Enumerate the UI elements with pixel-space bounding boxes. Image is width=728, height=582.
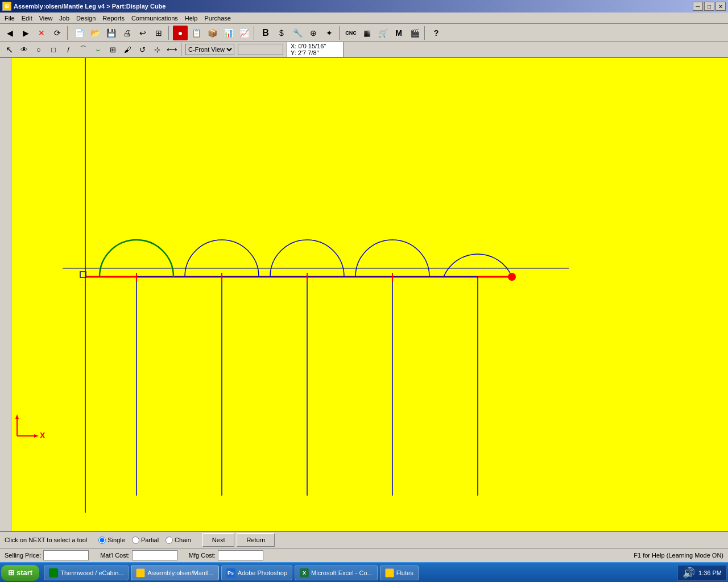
help-button[interactable]: ? — [429, 26, 444, 40]
refresh-button[interactable]: ⟳ — [50, 26, 65, 40]
tb-tool7[interactable]: ⊕ — [306, 26, 321, 40]
cursor-tool[interactable]: ↖ — [2, 43, 16, 56]
info-bar: Selling Price: Mat'l Cost: Mfg Cost: F1 … — [0, 548, 728, 562]
back-button[interactable]: ◀ — [2, 26, 17, 40]
taskbar-item-thermwood[interactable]: Thermwood / eCabin... — [44, 566, 129, 580]
tb-tool5[interactable]: 📈 — [237, 26, 251, 40]
toolbar2: ↖ 👁 ○ □ / ⌒ ⌣ ⊞ 🖌 ↺ ⊹ ⟷ C-Front View Top… — [0, 42, 728, 58]
taskbar-item-photoshop[interactable]: Ps Adobe Photoshop — [221, 566, 292, 580]
selling-price-field: Selling Price: — [5, 550, 89, 560]
menu-communications[interactable]: Communications — [128, 14, 181, 22]
menu-design[interactable]: Design — [73, 14, 99, 22]
view-search-input[interactable] — [238, 44, 283, 55]
taskbar-item-assembly[interactable]: Assembly:olsen/Mantl... — [131, 566, 218, 580]
menu-file[interactable]: File — [1, 14, 18, 22]
photoshop-icon: Ps — [226, 568, 235, 577]
menu-reports[interactable]: Reports — [99, 14, 128, 22]
app-icon: ⊞ — [2, 2, 11, 11]
line-tool[interactable]: / — [61, 43, 75, 56]
single-radio[interactable] — [98, 537, 106, 544]
toolbar1: ◀ ▶ ✕ ⟳ 📄 📂 💾 🖨 ↩ ⊞ ● 📋 📦 📊 📈 B $ 🔧 ⊕ ✦ … — [0, 24, 728, 42]
rotate-tool[interactable]: ↺ — [135, 43, 149, 56]
flutes-label: Flutes — [396, 569, 413, 576]
partial-radio[interactable] — [132, 537, 139, 544]
chain-radio[interactable] — [166, 537, 173, 544]
selling-price-label: Selling Price: — [5, 552, 41, 559]
tb-tool1[interactable]: ● — [173, 26, 188, 40]
new-button[interactable]: 📄 — [72, 26, 86, 40]
taskbar-clock: 🔊 1:36 PM — [677, 565, 727, 581]
mat-cost-input[interactable] — [132, 550, 177, 560]
menu-edit[interactable]: Edit — [18, 14, 36, 22]
tb-tool3[interactable]: 📦 — [205, 26, 220, 40]
single-radio-label[interactable]: Single — [98, 537, 125, 544]
svg-point-10 — [508, 273, 516, 281]
tb-dollar-button[interactable]: $ — [274, 26, 289, 40]
select-tool[interactable]: ⊞ — [106, 43, 119, 56]
tb-cart-button[interactable]: 🛒 — [375, 26, 390, 40]
menu-bar: File Edit View Job Design Reports Commun… — [0, 13, 728, 24]
separator5 — [424, 26, 427, 40]
redo-button[interactable]: ⊞ — [151, 26, 166, 40]
print-button[interactable]: 🖨 — [119, 26, 134, 40]
dimension-tool[interactable]: ⟷ — [165, 43, 179, 56]
status-bar: Click on NEXT to select a tool Single Pa… — [0, 531, 728, 548]
paint-tool[interactable]: 🖌 — [121, 43, 134, 56]
arc-tool[interactable]: ⌒ — [76, 43, 90, 56]
tb-film-button[interactable]: 🎬 — [407, 26, 422, 40]
tb-tool2[interactable]: 📋 — [189, 26, 204, 40]
save-button[interactable]: 💾 — [104, 26, 118, 40]
return-button[interactable]: Return — [237, 533, 275, 547]
tb-b-button[interactable]: B — [258, 26, 273, 40]
mat-cost-field: Mat'l Cost: — [100, 550, 177, 560]
taskbar-item-flutes[interactable]: Flutes — [380, 566, 419, 580]
minimize-button[interactable]: ─ — [693, 2, 703, 11]
partial-radio-label[interactable]: Partial — [132, 537, 159, 544]
taskbar: ⊞start Thermwood / eCabin... Assembly:ol… — [0, 562, 728, 582]
assembly-icon — [136, 568, 145, 577]
menu-help[interactable]: Help — [181, 14, 201, 22]
drawing-canvas[interactable]: X — [11, 58, 728, 531]
canvas-area[interactable]: X — [11, 58, 728, 531]
clock-time: 1:36 PM — [698, 569, 722, 576]
stop-button[interactable]: ✕ — [34, 26, 49, 40]
thermwood-icon — [49, 568, 58, 577]
close-button[interactable]: ✕ — [715, 2, 726, 11]
network-icon: 🔊 — [682, 567, 695, 579]
snap-tool[interactable]: ⊹ — [150, 43, 164, 56]
eye-tool[interactable]: 👁 — [17, 43, 31, 56]
excel-icon: X — [300, 568, 309, 577]
start-button[interactable]: ⊞start — [1, 565, 39, 581]
circle-tool[interactable]: ○ — [32, 43, 46, 56]
svg-text:X: X — [40, 431, 46, 440]
excel-label: Microsoft Excel - Co... — [311, 569, 373, 576]
taskbar-item-excel[interactable]: X Microsoft Excel - Co... — [295, 566, 378, 580]
tb-tool4[interactable]: 📊 — [221, 26, 235, 40]
tb-tool8[interactable]: ✦ — [322, 26, 337, 40]
tb-tool6[interactable]: 🔧 — [290, 26, 305, 40]
chain-radio-label[interactable]: Chain — [166, 537, 191, 544]
maximize-button[interactable]: □ — [704, 2, 714, 11]
selling-price-input[interactable] — [43, 550, 89, 560]
rect-tool[interactable]: □ — [47, 43, 60, 56]
curve-tool[interactable]: ⌣ — [91, 43, 105, 56]
menu-view[interactable]: View — [36, 14, 56, 22]
open-button[interactable]: 📂 — [88, 26, 102, 40]
main-area: X — [0, 58, 728, 531]
view-selector[interactable]: C-Front View Top View Side View Isometri… — [185, 44, 234, 55]
forward-button[interactable]: ▶ — [18, 26, 33, 40]
coord-display: X: 0'0 15/16"Y: 2'7 7/8" — [287, 41, 344, 57]
menu-job[interactable]: Job — [56, 14, 73, 22]
status-message: Click on NEXT to select a tool — [5, 537, 87, 543]
menu-purchase[interactable]: Purchase — [201, 14, 234, 22]
thermwood-label: Thermwood / eCabin... — [60, 569, 123, 576]
cnc-button[interactable]: CNC — [344, 26, 358, 40]
separator1 — [67, 26, 69, 40]
tb-m-button[interactable]: M — [391, 26, 406, 40]
window-title: Assembly:olsen/Mantle Leg v4 > Part:Disp… — [14, 3, 166, 10]
undo-button[interactable]: ↩ — [135, 26, 150, 40]
tb-grid-button[interactable]: ▦ — [359, 26, 374, 40]
next-button[interactable]: Next — [202, 533, 235, 547]
mfg-cost-label: Mfg Cost: — [189, 552, 216, 559]
mfg-cost-input[interactable] — [218, 550, 263, 560]
